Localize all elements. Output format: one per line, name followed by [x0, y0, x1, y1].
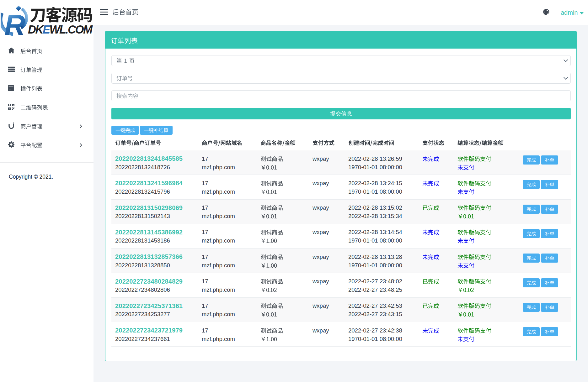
svg-text:R: R — [4, 9, 25, 37]
